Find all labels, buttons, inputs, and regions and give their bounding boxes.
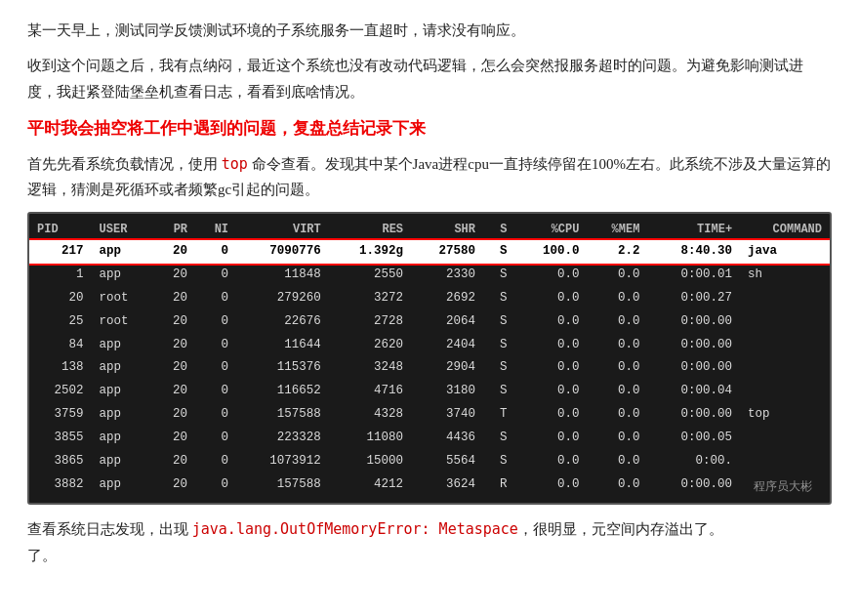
col-time: TIME+ bbox=[647, 220, 740, 240]
bottom-text-before: 查看系统日志发现，出现 bbox=[27, 521, 192, 537]
col-s: S bbox=[483, 220, 515, 240]
cell-cmd bbox=[740, 450, 830, 473]
col-virt: VIRT bbox=[236, 220, 329, 240]
cell-time: 0:00. bbox=[647, 450, 740, 473]
cell-pr: 20 bbox=[153, 310, 195, 334]
cell-cpu: 0.0 bbox=[515, 403, 588, 427]
cell-pid: 3865 bbox=[29, 450, 92, 473]
cell-ni: 0 bbox=[195, 310, 236, 334]
table-row: 3882app20015758842123624R0.00.00:00.00 bbox=[29, 473, 830, 497]
cell-cpu: 0.0 bbox=[515, 310, 588, 334]
cell-pid: 1 bbox=[29, 264, 92, 287]
cell-time: 0:00.00 bbox=[647, 310, 740, 334]
col-pid: PID bbox=[29, 220, 92, 240]
cell-pr: 20 bbox=[153, 450, 195, 473]
cell-s: S bbox=[483, 427, 515, 450]
cell-pr: 20 bbox=[153, 427, 195, 450]
cell-res: 15000 bbox=[329, 450, 411, 473]
highlight-text: 平时我会抽空将工作中遇到的问题，复盘总结记录下来 bbox=[27, 114, 832, 144]
cell-user: app bbox=[92, 264, 154, 287]
cell-time: 8:40.30 bbox=[647, 240, 740, 264]
cell-shr: 3180 bbox=[411, 380, 483, 403]
table-row: 3855app200223328110804436S0.00.00:00.05 bbox=[29, 427, 830, 450]
cell-pr: 20 bbox=[153, 240, 195, 264]
cell-pid: 2502 bbox=[29, 380, 92, 403]
cell-user: root bbox=[92, 310, 154, 334]
cell-user: app bbox=[92, 473, 154, 497]
cell-time: 0:00.04 bbox=[647, 380, 740, 403]
cell-shr: 3740 bbox=[411, 403, 483, 427]
cell-user: app bbox=[92, 427, 154, 450]
cell-shr: 2064 bbox=[411, 310, 483, 334]
cell-shr: 2330 bbox=[411, 264, 483, 287]
cell-ni: 0 bbox=[195, 240, 236, 264]
intro-para1: 某一天早上，测试同学反馈测试环境的子系统服务一直超时，请求没有响应。 bbox=[27, 18, 832, 43]
cell-cpu: 100.0 bbox=[515, 240, 588, 264]
cell-cmd bbox=[740, 473, 830, 497]
cell-ni: 0 bbox=[195, 264, 236, 287]
col-command: COMMAND bbox=[740, 220, 830, 240]
cell-pr: 20 bbox=[153, 356, 195, 380]
cell-pid: 25 bbox=[29, 310, 92, 334]
cell-cmd: sh bbox=[740, 264, 830, 287]
col-shr: SHR bbox=[411, 220, 483, 240]
terminal-window: PID USER PR NI VIRT RES SHR S %CPU %MEM … bbox=[27, 212, 832, 505]
cell-s: S bbox=[483, 356, 515, 380]
cell-res: 4716 bbox=[329, 380, 411, 403]
cell-res: 2728 bbox=[329, 310, 411, 334]
col-ni: NI bbox=[195, 220, 236, 240]
intro-para3: 首先先看系统负载情况，使用 top 命令查看。发现其中某个Java进程cpu一直… bbox=[27, 151, 832, 203]
cell-pid: 3882 bbox=[29, 473, 92, 497]
cell-s: S bbox=[483, 380, 515, 403]
col-res: RES bbox=[329, 220, 411, 240]
cell-s: S bbox=[483, 334, 515, 357]
intro-para2: 收到这个问题之后，我有点纳闷，最近这个系统也没有改动代码逻辑，怎么会突然报服务超… bbox=[27, 53, 832, 104]
cell-cmd bbox=[740, 427, 830, 450]
cell-cpu: 0.0 bbox=[515, 264, 588, 287]
cell-ni: 0 bbox=[195, 473, 236, 497]
cell-pr: 20 bbox=[153, 264, 195, 287]
cell-virt: 7090776 bbox=[236, 240, 329, 264]
cell-mem: 2.2 bbox=[587, 240, 647, 264]
cell-virt: 22676 bbox=[236, 310, 329, 334]
cell-time: 0:00.00 bbox=[647, 403, 740, 427]
cell-cpu: 0.0 bbox=[515, 356, 588, 380]
cell-res: 3248 bbox=[329, 356, 411, 380]
cell-virt: 157588 bbox=[236, 473, 329, 497]
cell-mem: 0.0 bbox=[587, 287, 647, 310]
cell-user: app bbox=[92, 403, 154, 427]
cell-shr: 27580 bbox=[411, 240, 483, 264]
cell-shr: 2692 bbox=[411, 287, 483, 310]
cell-mem: 0.0 bbox=[587, 380, 647, 403]
cell-mem: 0.0 bbox=[587, 473, 647, 497]
cell-time: 0:00.05 bbox=[647, 427, 740, 450]
table-row: 217app20070907761.392g27580S100.02.28:40… bbox=[29, 240, 830, 264]
cell-virt: 279260 bbox=[236, 287, 329, 310]
cell-virt: 115376 bbox=[236, 356, 329, 380]
table-row: 3759app20015758843283740T0.00.00:00.00to… bbox=[29, 403, 830, 427]
cell-virt: 11644 bbox=[236, 334, 329, 357]
top-command: top bbox=[222, 155, 248, 173]
cell-pid: 84 bbox=[29, 334, 92, 357]
table-row: 3865app2001073912150005564S0.00.00:00. bbox=[29, 450, 830, 473]
cell-time: 0:00.27 bbox=[647, 287, 740, 310]
cell-cpu: 0.0 bbox=[515, 334, 588, 357]
cell-mem: 0.0 bbox=[587, 310, 647, 334]
cell-virt: 223328 bbox=[236, 427, 329, 450]
cell-user: root bbox=[92, 287, 154, 310]
col-user: USER bbox=[92, 220, 154, 240]
cell-pid: 20 bbox=[29, 287, 92, 310]
cell-time: 0:00.00 bbox=[647, 334, 740, 357]
cell-virt: 157588 bbox=[236, 403, 329, 427]
table-row: 2502app20011665247163180S0.00.00:00.04 bbox=[29, 380, 830, 403]
cell-user: app bbox=[92, 450, 154, 473]
process-table: PID USER PR NI VIRT RES SHR S %CPU %MEM … bbox=[29, 220, 830, 497]
cell-res: 2550 bbox=[329, 264, 411, 287]
cell-s: S bbox=[483, 240, 515, 264]
col-cpu: %CPU bbox=[515, 220, 588, 240]
cell-pr: 20 bbox=[153, 287, 195, 310]
cell-mem: 0.0 bbox=[587, 403, 647, 427]
cell-virt: 11848 bbox=[236, 264, 329, 287]
cell-cmd bbox=[740, 334, 830, 357]
cell-ni: 0 bbox=[195, 403, 236, 427]
